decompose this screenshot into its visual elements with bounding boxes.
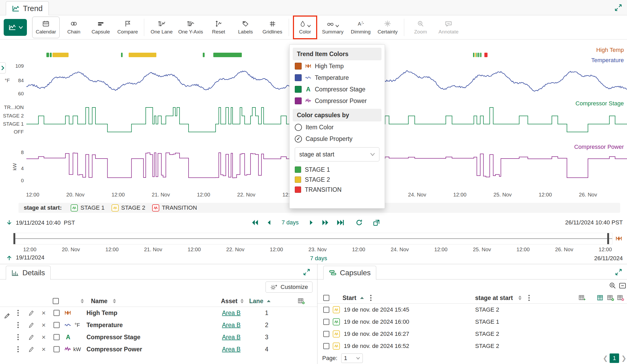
duration-overview-slider[interactable] bbox=[13, 233, 612, 244]
high-temp-swatch[interactable] bbox=[295, 63, 302, 70]
compressor-power-swatch[interactable] bbox=[295, 97, 302, 104]
sort-icon[interactable] bbox=[81, 299, 84, 303]
sort-ascending-icon[interactable] bbox=[267, 300, 271, 302]
row-checkbox[interactable] bbox=[54, 310, 60, 316]
next-page-icon[interactable]: ❯ bbox=[621, 355, 626, 362]
step-back-icon[interactable] bbox=[266, 219, 273, 227]
highlight-marker-icon[interactable] bbox=[28, 346, 35, 353]
add-capsule-table-icon[interactable] bbox=[606, 294, 614, 302]
remove-item-icon[interactable]: × bbox=[42, 345, 46, 353]
previous-page-icon[interactable]: ❮ bbox=[603, 355, 608, 362]
collapse-box-icon[interactable] bbox=[619, 282, 626, 289]
item-name[interactable]: Temperature bbox=[86, 322, 123, 329]
step-forward-much-icon[interactable] bbox=[321, 219, 329, 227]
collapse-panel-toggle[interactable] bbox=[0, 62, 6, 73]
column-header-asset[interactable]: Asset bbox=[221, 297, 238, 304]
remove-item-icon[interactable]: × bbox=[42, 309, 46, 317]
toolbar-chain-button[interactable]: Chain bbox=[61, 17, 86, 38]
row-checkbox[interactable] bbox=[54, 322, 60, 328]
details-row-compressor-stage[interactable]: × A Compressor Stage Area B 3 bbox=[0, 331, 317, 343]
table-view-icon[interactable] bbox=[596, 294, 604, 302]
range-start-datetime[interactable]: 19/11/2024 10:40 bbox=[16, 219, 61, 226]
row-menu-icon[interactable] bbox=[17, 312, 19, 314]
series-label-high-temp[interactable]: High Temp bbox=[596, 47, 624, 53]
toolbar-dimming-button[interactable]: A Dimming bbox=[348, 17, 373, 38]
auto-update-icon[interactable] bbox=[355, 219, 363, 227]
row-menu-icon[interactable] bbox=[17, 324, 19, 326]
expand-trend-icon[interactable] bbox=[614, 4, 622, 12]
range-end-datetime[interactable]: 26/11/2024 10:40 bbox=[565, 219, 610, 226]
remove-item-icon[interactable]: × bbox=[42, 321, 46, 329]
select-all-capsules-checkbox[interactable] bbox=[323, 295, 329, 301]
capsule-segment-stage1[interactable] bbox=[478, 53, 479, 57]
compressor-stage-swatch[interactable] bbox=[295, 86, 302, 93]
series-label-compressor-power[interactable]: Compressor Power bbox=[574, 144, 624, 150]
row-menu-icon[interactable] bbox=[17, 337, 19, 338]
column-header-start[interactable]: Start bbox=[343, 294, 356, 301]
capsule-segment-stage1[interactable] bbox=[473, 53, 474, 57]
toolbar-color-button[interactable]: Color bbox=[294, 17, 316, 38]
slider-handle-left[interactable] bbox=[13, 233, 15, 244]
sort-ascending-icon[interactable] bbox=[360, 297, 364, 299]
color-item-temperature[interactable]: Temperature bbox=[293, 72, 382, 83]
page-select[interactable]: 1 bbox=[341, 353, 363, 363]
toolbar-capsule-button[interactable]: Capsule bbox=[88, 17, 113, 38]
overview-start-date[interactable]: 19/11/2024 bbox=[16, 254, 44, 261]
color-item-compressor-power[interactable]: Compressor Power bbox=[293, 95, 382, 107]
radio-unselected-icon[interactable] bbox=[295, 124, 302, 131]
tab-trend[interactable]: Trend bbox=[6, 1, 49, 16]
capsules-tab[interactable]: Capsules bbox=[323, 266, 376, 280]
column-header-name[interactable]: Name bbox=[91, 297, 108, 304]
capsule-row[interactable]: 19 de nov. de 2024 15:45 STAGE 2 bbox=[317, 304, 627, 316]
column-menu-icon[interactable] bbox=[370, 297, 372, 298]
customize-button[interactable]: Customize bbox=[266, 282, 312, 293]
overview-end-date[interactable]: 26/11/2024 bbox=[594, 255, 623, 262]
asset-link[interactable]: Area B bbox=[222, 334, 240, 341]
magnify-plus-icon[interactable] bbox=[609, 282, 616, 289]
radio-selected-icon[interactable]: ✓ bbox=[295, 135, 302, 142]
capsule-segment-stage1[interactable] bbox=[476, 53, 478, 57]
capsule-checkbox[interactable] bbox=[323, 319, 329, 325]
column-header-lane[interactable]: Lane bbox=[249, 297, 263, 304]
details-row-high-temp[interactable]: × High Temp Area B 1 bbox=[0, 307, 317, 319]
slider-handle-right[interactable] bbox=[607, 233, 609, 244]
toolbar-labels-button[interactable]: Labels bbox=[233, 17, 258, 38]
item-name[interactable]: Compressor Stage bbox=[86, 334, 141, 341]
asset-link[interactable]: Area B bbox=[222, 309, 240, 317]
step-back-much-icon[interactable] bbox=[251, 219, 259, 227]
capsule-segment-stage1[interactable] bbox=[121, 53, 123, 57]
asset-link[interactable]: Area B bbox=[222, 322, 240, 329]
current-page-button[interactable]: 1 bbox=[610, 353, 619, 363]
sort-icon[interactable] bbox=[240, 299, 244, 303]
sort-icon[interactable] bbox=[113, 299, 116, 303]
capsule-checkbox[interactable] bbox=[323, 307, 329, 313]
investigate-range-icon[interactable] bbox=[373, 219, 380, 227]
select-all-checkbox[interactable] bbox=[53, 298, 59, 304]
capsule-segment-stage1[interactable] bbox=[213, 53, 242, 57]
expand-capsules-icon[interactable] bbox=[615, 268, 622, 276]
capsule-segment-stage2[interactable] bbox=[129, 53, 156, 57]
color-item-compressor-stage[interactable]: A Compressor Stage bbox=[293, 83, 382, 95]
row-checkbox[interactable] bbox=[54, 346, 60, 352]
capsule-segment-stage1[interactable] bbox=[50, 53, 52, 57]
toolbar-reset-button[interactable]: Reset bbox=[206, 17, 231, 38]
column-menu-icon[interactable] bbox=[528, 297, 530, 298]
expand-details-icon[interactable] bbox=[303, 268, 310, 276]
capsule-segment-stage1[interactable] bbox=[46, 53, 49, 57]
arrow-down-icon[interactable] bbox=[6, 219, 13, 227]
item-name[interactable]: High Temp bbox=[86, 309, 117, 317]
remove-capsule-table-icon[interactable] bbox=[616, 294, 624, 302]
row-menu-icon[interactable] bbox=[17, 349, 19, 350]
capsule-segment-stage1[interactable] bbox=[480, 53, 481, 57]
column-header-stage-at-start[interactable]: stage at start bbox=[475, 294, 513, 301]
step-to-end-icon[interactable] bbox=[336, 219, 344, 227]
add-column-icon[interactable] bbox=[578, 294, 586, 302]
capsule-segment-stage2[interactable] bbox=[475, 53, 476, 57]
toolbar-certainty-button[interactable]: Certainty bbox=[375, 17, 400, 38]
capsule-row[interactable]: 19 de nov. de 2024 16:27 STAGE 2 bbox=[317, 328, 627, 340]
row-checkbox[interactable] bbox=[54, 334, 60, 340]
capsule-checkbox[interactable] bbox=[323, 343, 329, 349]
range-duration[interactable]: 7 days bbox=[282, 219, 299, 226]
radio-capsule-property[interactable]: ✓ Capsule Property bbox=[293, 133, 382, 145]
capsule-segment-transition[interactable] bbox=[484, 53, 488, 57]
